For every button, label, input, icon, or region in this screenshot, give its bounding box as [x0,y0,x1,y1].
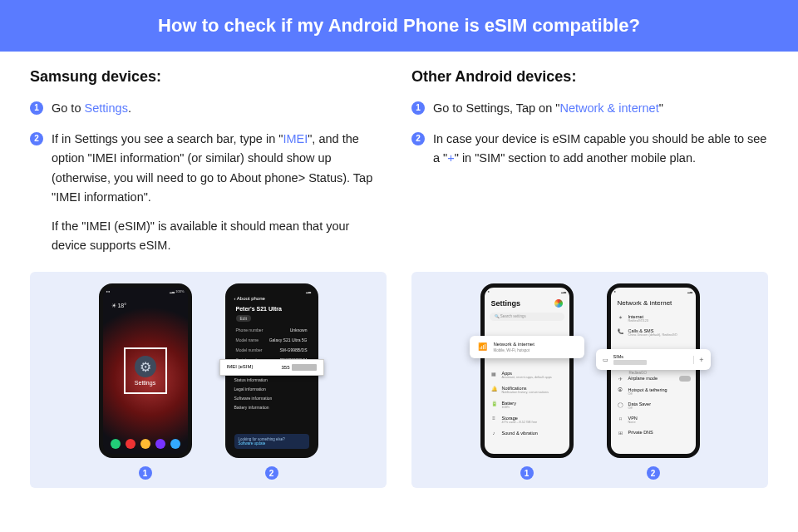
phone-samsung-home: ●●▂▃ 100% ☀ 18° Settings [99,283,192,458]
samsung-gallery: ●●▂▃ 100% ☀ 18° Settings 1 ▂▃ ‹ About ph… [30,272,387,488]
info-row: Phone numberUnknown [234,326,309,334]
page-header: How to check if my Android Phone is eSIM… [0,0,798,52]
other-steps: 1Go to Settings, Tap on "Network & inter… [411,99,768,169]
item-title: Hotspot & tethering [628,387,667,392]
other-gallery: ●▂▃ Settings 🔍 Search settings 📶 Network… [411,272,768,488]
list-item: 📞Calls & SMSChina Unicom (default), Redt… [618,328,689,337]
redacted-block [292,364,317,371]
step-body: In case your device is eSIM capable you … [433,130,768,168]
info-row: Status information [234,377,309,382]
plus-icon: + [693,356,703,364]
list-item: 🔋Battery100% [491,401,563,409]
item-sub: RedteaGO123 [628,319,649,323]
item-sub: China Unicom (default), RedteaGO [628,333,677,337]
gallery-row: ●●▂▃ 100% ☀ 18° Settings 1 ▂▃ ‹ About ph… [0,272,798,488]
list-item: ♪Sound & vibration [491,431,563,436]
item-sub: Off [628,406,652,410]
list-item: ⦿Hotspot & tetheringOff [618,387,689,396]
step-body: If in Settings you see a search bar, typ… [52,130,387,255]
list-item: ≡Storage47% used – 8.52 GB free [491,416,563,424]
phone-network: ●▂▃ Network & internet ✶InternetRedteaGO… [607,283,700,458]
shot-number: 1 [520,466,534,480]
wifi-icon: 📶 [478,342,487,351]
step: 2If in Settings you see a search bar, ty… [30,130,387,255]
step-body: Go to Settings, Tap on "Network & intern… [433,99,768,118]
info-row: Battery information [234,405,309,410]
dock-icon [126,439,135,449]
item-sub: Assistant, recent apps, default apps [502,376,552,379]
page-title: How to check if my Android Phone is eSIM… [158,15,640,36]
toggle-switch [679,376,691,382]
step: 1Go to Settings. [30,99,387,118]
item-icon: ✶ [618,314,623,320]
status-bar: ●▂▃ [488,289,566,293]
step-number: 1 [411,101,425,115]
about-title: ‹ About phone [234,296,265,301]
help-footer: Looking for something else? Software upd… [234,434,309,449]
redacted-block [613,360,647,365]
phone-about: ▂▃ ‹ About phone Peter's S21 Ultra Edit … [225,283,318,458]
list-item: ⊞Private DNS [618,430,689,436]
profile-icon [554,299,563,308]
list-item: ✈Airplane mode [618,376,689,382]
samsung-shot-1: ●●▂▃ 100% ☀ 18° Settings 1 [99,283,192,480]
weather-widget: ☀ 18° [111,303,127,309]
sims-callout: ▭ SIMs + [596,349,711,370]
step-body: Go to Settings. [52,99,387,118]
item-sub: Off [628,392,667,396]
step-number: 2 [30,132,43,145]
status-bar: ▂▃ [233,289,311,293]
item-icon: 🔋 [491,401,497,406]
network-internet-callout: 📶 Network & internet Mobile, Wi-Fi, hots… [470,336,584,357]
info-row: Software information [234,396,309,401]
dock-icon [155,439,165,449]
instruction-columns: Samsung devices: 1Go to Settings.2If in … [0,52,798,267]
dock-icon [170,439,180,449]
list-item: ⌑VPNNone [618,416,689,424]
dock-icon [111,439,121,449]
shot-number: 2 [647,466,660,480]
extra-rows: Status informationLegal informationSoftw… [234,377,309,410]
samsung-heading: Samsung devices: [30,68,387,86]
item-sub: None [628,421,638,424]
item-icon: ⦿ [618,387,623,392]
edit-pill: Edit [236,315,252,322]
other-shot-1: ●▂▃ Settings 🔍 Search settings 📶 Network… [480,283,574,480]
imei-label: IMEI (eSIM) [227,364,254,371]
item-icon: ◯ [618,401,623,407]
phone-settings: ●▂▃ Settings 🔍 Search settings 📶 Network… [480,283,574,458]
step-number: 2 [411,132,425,145]
other-shot-2: ●▂▃ Network & internet ✶InternetRedteaGO… [607,283,700,480]
item-icon: ⌑ [618,416,623,421]
samsung-steps: 1Go to Settings.2If in Settings you see … [30,99,387,255]
shot-number: 1 [139,466,152,480]
status-bar: ●●▂▃ 100% [106,289,185,293]
item-icon: ⊞ [618,430,623,436]
list-item: ✶InternetRedteaGO123 [618,314,689,323]
network-list-bottom: ✈Airplane mode⦿Hotspot & tetheringOff◯Da… [618,376,689,436]
imei-esim-callout: IMEI (eSIM) 355 [219,359,324,376]
other-column: Other Android devices: 1Go to Settings, … [411,68,768,267]
step: 2In case your device is eSIM capable you… [411,130,768,168]
item-title: Airplane mode [628,376,658,381]
dock [108,439,183,449]
dock-icon [140,439,150,449]
samsung-column: Samsung devices: 1Go to Settings.2If in … [30,68,387,267]
settings-app-highlight: Settings [124,347,167,394]
item-icon: ≡ [491,416,497,421]
gear-icon [135,356,156,377]
settings-list: ▦AppsAssistant, recent apps, default app… [491,371,563,436]
item-title: Private DNS [628,430,653,435]
settings-title: Settings [491,299,521,308]
network-list-top: ✶InternetRedteaGO123📞Calls & SMSChina Un… [618,314,689,337]
item-icon: 📞 [618,328,623,334]
list-item: ◯Data SaverOff [618,401,689,410]
item-title: Sound & vibration [502,431,538,436]
info-row: Model numberSM-G998B/DS [234,346,309,354]
sim-icon: ▭ [603,357,608,363]
network-title: Network & internet [618,299,672,307]
item-icon: ✈ [618,376,623,382]
item-icon: 🔔 [491,386,497,392]
step-number: 1 [30,101,43,115]
item-sub: Notification history, conversations [502,391,549,394]
